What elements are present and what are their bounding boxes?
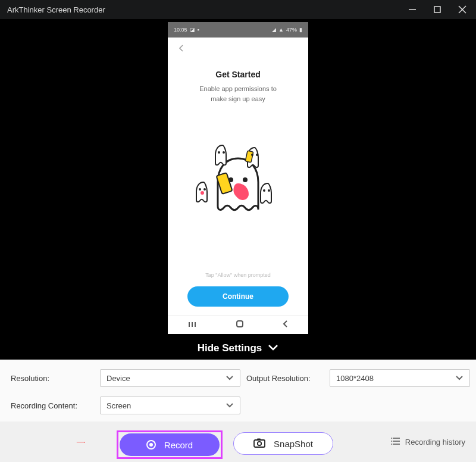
svg-point-30 — [391, 441, 392, 442]
window-controls — [403, 2, 471, 17]
app-title: ArkThinker Screen Recorder — [7, 5, 105, 14]
chevron-down-icon — [455, 374, 464, 383]
minimize-button[interactable] — [403, 2, 421, 17]
annotation-arrow-icon — [51, 442, 111, 443]
toggle-settings-label: Hide Settings — [198, 342, 262, 354]
svg-point-7 — [199, 188, 201, 191]
record-button[interactable]: Record — [120, 433, 220, 456]
status-battery-icon: ▮ — [299, 27, 302, 33]
svg-point-10 — [263, 189, 265, 192]
phone-continue-button[interactable]: Continue — [187, 286, 289, 307]
record-highlight: Record — [117, 430, 223, 459]
action-bar: Record SnapShot Recording history — [0, 422, 476, 462]
svg-point-29 — [391, 438, 392, 439]
recording-content-label: Recording Content: — [11, 401, 94, 410]
phone-mirror: 10:05 ◪ ▪ ◢ ▲ 47% ▮ Get Started Enable a… — [168, 22, 308, 334]
phone-status-bar: 10:05 ◪ ▪ ◢ ▲ 47% ▮ — [168, 22, 308, 38]
titlebar: ArkThinker Screen Recorder — [0, 0, 476, 19]
svg-point-16 — [256, 154, 258, 156]
record-label: Record — [164, 440, 193, 450]
recording-history-label: Recording history — [405, 438, 465, 447]
svg-point-11 — [268, 189, 270, 192]
status-time: 10:05 — [174, 27, 187, 33]
settings-panel: Resolution: Device Output Resolution: 10… — [0, 360, 476, 422]
nav-recent-icon[interactable] — [187, 320, 197, 330]
snapshot-label: SnapShot — [274, 439, 313, 449]
chevron-down-icon — [268, 342, 278, 354]
status-signal-icon: ▲ — [278, 27, 284, 33]
phone-back-icon[interactable] — [178, 44, 184, 55]
svg-point-9 — [201, 191, 204, 195]
svg-point-31 — [391, 444, 392, 445]
svg-rect-1 — [434, 7, 440, 13]
resolution-value: Device — [107, 374, 130, 383]
svg-rect-25 — [257, 438, 261, 440]
status-battery-text: 47% — [286, 27, 297, 33]
record-icon — [146, 440, 156, 449]
svg-point-13 — [223, 151, 225, 154]
recording-history-link[interactable]: Recording history — [391, 422, 465, 462]
phone-illustration — [178, 104, 298, 272]
phone-nav-bar — [168, 315, 308, 334]
phone-subtitle: Enable app permissions to make sign up e… — [178, 84, 298, 104]
svg-rect-23 — [254, 440, 265, 447]
resolution-label: Resolution: — [11, 374, 94, 383]
output-resolution-value: 1080*2408 — [336, 374, 374, 383]
nav-back-icon[interactable] — [283, 320, 289, 330]
svg-point-24 — [258, 441, 261, 445]
status-notification-icon: ◪ — [190, 27, 195, 33]
svg-point-8 — [203, 188, 206, 191]
status-wifi-icon: ◢ — [272, 27, 276, 33]
recording-content-value: Screen — [107, 401, 131, 410]
chevron-down-icon — [226, 401, 234, 410]
maximize-button[interactable] — [428, 2, 446, 17]
phone-heading: Get Started — [178, 70, 298, 79]
close-button[interactable] — [453, 2, 471, 17]
svg-marker-22 — [84, 442, 85, 443]
device-preview: 10:05 ◪ ▪ ◢ ▲ 47% ▮ Get Started Enable a… — [0, 19, 476, 337]
camera-icon — [253, 438, 265, 449]
recording-content-select[interactable]: Screen — [100, 397, 240, 414]
phone-tap-hint: Tap "Allow" when prompted — [178, 272, 298, 278]
nav-home-icon[interactable] — [236, 320, 244, 330]
status-indicator-icon: ▪ — [198, 27, 199, 33]
phone-content: Get Started Enable app permissions to ma… — [168, 38, 308, 315]
toggle-settings-button[interactable]: Hide Settings — [0, 337, 476, 360]
snapshot-button[interactable]: SnapShot — [233, 432, 333, 455]
output-resolution-label: Output Resolution: — [246, 374, 324, 383]
svg-point-12 — [218, 151, 220, 154]
svg-rect-20 — [237, 321, 243, 327]
svg-point-15 — [251, 154, 253, 156]
list-icon — [391, 437, 400, 447]
resolution-select[interactable]: Device — [100, 369, 240, 387]
output-resolution-select[interactable]: 1080*2408 — [330, 369, 470, 387]
svg-point-5 — [243, 177, 248, 182]
chevron-down-icon — [226, 374, 234, 383]
